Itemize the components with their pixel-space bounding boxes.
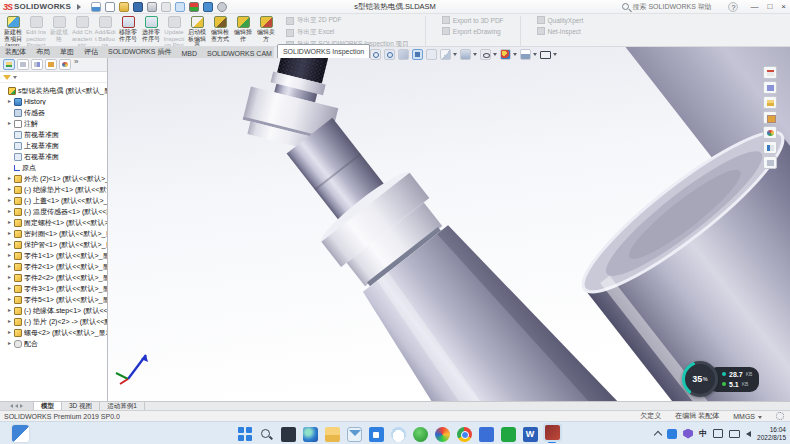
file-explorer-icon[interactable] — [763, 96, 777, 109]
view-settings-icon[interactable] — [540, 51, 551, 59]
maximize-button[interactable]: □ — [767, 2, 772, 11]
taskbar-search-icon[interactable] — [259, 427, 274, 442]
edit-appearance-caret-icon[interactable] — [513, 53, 517, 56]
tree-item-gasket2[interactable]: (-) 垫片 (2)<2> -> (默认<<默认 — [0, 316, 107, 327]
taskbar-clock[interactable]: 16:04 2022/8/15 — [757, 426, 786, 441]
zoom-to-fit-icon[interactable] — [370, 49, 381, 60]
start-button-icon[interactable] — [238, 427, 252, 441]
zoom-to-area-icon[interactable] — [384, 49, 395, 60]
help-search[interactable] — [622, 3, 720, 10]
dimxpert-manager-tab-icon[interactable] — [45, 59, 57, 70]
touch-keyboard-icon[interactable] — [713, 429, 723, 438]
home-icon[interactable] — [91, 2, 101, 12]
3d-viewport-model[interactable] — [108, 47, 790, 401]
feature-manager-tab-icon[interactable] — [3, 59, 15, 70]
tree-item-origin[interactable]: 原点 — [0, 162, 107, 173]
tree-item-right-plane[interactable]: 右视基准面 — [0, 151, 107, 162]
microsoft-store-icon[interactable] — [369, 427, 384, 442]
panel-more-tabs-icon[interactable] — [73, 59, 81, 70]
tree-item-sensors[interactable]: 传感器 — [0, 107, 107, 118]
tree-item-protection-tube[interactable]: 保护管<1> (默认<<默认>_显示状态 — [0, 239, 107, 250]
tree-item-part5[interactable]: 零件5<1> (默认<<默认>_显示状态 — [0, 294, 107, 305]
print-icon[interactable] — [147, 2, 157, 12]
tab-layout[interactable]: 布局 — [31, 46, 55, 58]
ribbon-button-new-inspection-project[interactable]: 新建检查项目 (amp;M) — [2, 15, 24, 46]
design-library-icon[interactable] — [763, 81, 777, 94]
help-icon[interactable]: ? — [728, 2, 738, 12]
search-input[interactable] — [632, 3, 720, 10]
section-view-icon[interactable] — [412, 49, 423, 60]
ribbon-button-edit-inspection-methods[interactable]: 编辑检查方式 — [209, 15, 231, 46]
tab-sketch[interactable]: 草图 — [55, 46, 79, 58]
dynamic-annotation-icon[interactable] — [426, 49, 437, 60]
tab-addins[interactable]: SOLIDWORKS 插件 — [103, 46, 176, 58]
file-explorer-taskbar-icon[interactable] — [325, 427, 340, 442]
minimize-button[interactable]: — — [750, 2, 758, 11]
filter-funnel-icon[interactable] — [3, 75, 11, 80]
edit-appearance-icon[interactable] — [500, 49, 511, 60]
speaker-icon[interactable] — [746, 431, 751, 437]
hide-show-items-icon[interactable] — [480, 49, 491, 60]
previous-view-icon[interactable] — [398, 49, 409, 60]
view-orientation-icon[interactable] — [440, 49, 451, 60]
tray-shield-icon[interactable] — [683, 429, 693, 439]
view-palette-icon[interactable] — [763, 111, 777, 124]
view-tab-3d-views[interactable]: 3D 视图 — [62, 402, 100, 410]
configuration-manager-tab-icon[interactable] — [31, 59, 43, 70]
property-manager-tab-icon[interactable] — [17, 59, 29, 70]
filter-caret-icon[interactable] — [13, 76, 17, 79]
weather-cloud-icon[interactable] — [391, 427, 406, 442]
tree-item-shell[interactable]: 外壳 (2)<1> (默认<<默认>_显示状 — [0, 173, 107, 184]
graphics-area[interactable] — [108, 47, 790, 401]
tabs-scroll-right-icon[interactable] — [20, 404, 23, 408]
performance-overlay[interactable]: 35% 28.7KB 5.1KB — [682, 361, 759, 397]
display-settings-icon[interactable] — [203, 2, 213, 12]
browser-app-icon[interactable] — [435, 427, 450, 442]
solidworks-forum-icon[interactable] — [763, 156, 777, 169]
view-tab-model[interactable]: 模型 — [34, 402, 62, 410]
tree-item-part1[interactable]: 零件1<1> (默认<<默认>_显示状态 — [0, 250, 107, 261]
menu-expand-icon[interactable] — [77, 4, 81, 10]
select-cursor-icon[interactable] — [175, 2, 185, 12]
tree-item-annotations[interactable]: 注解 — [0, 118, 107, 129]
status-gear-icon[interactable] — [776, 412, 784, 420]
tree-item-top-cover[interactable]: (-) 上盖<1> (默认<<默认>_显示状 — [0, 195, 107, 206]
view-tabs-nav[interactable] — [0, 402, 34, 410]
custom-properties-icon[interactable] — [763, 141, 777, 154]
ribbon-button-select-balloons[interactable]: 选择零件序号 — [140, 15, 162, 46]
tree-item-mates[interactable]: 配合 — [0, 338, 107, 349]
tree-item-temp-sensor[interactable]: (-) 温度传感器<1> (默认<<默认>_ — [0, 206, 107, 217]
tree-item-top-plane[interactable]: 上视基准面 — [0, 140, 107, 151]
display-style-icon[interactable] — [460, 49, 471, 60]
green-app-icon[interactable] — [413, 427, 428, 442]
solidworks-resources-icon[interactable] — [763, 66, 777, 79]
edge-browser-icon[interactable] — [303, 427, 318, 442]
tab-solidworks-inspection[interactable]: SOLIDWORKS Inspection — [277, 44, 370, 58]
options-icon[interactable] — [217, 2, 227, 12]
appearances-scenes-icon[interactable] — [763, 126, 777, 139]
new-document-icon[interactable] — [105, 2, 115, 12]
view-settings-caret-icon[interactable] — [553, 53, 557, 56]
widgets-icon[interactable] — [12, 425, 29, 442]
tree-item-insulation-gasket[interactable]: (-) 绝缘垫片<1> (默认<<默认>_显 — [0, 184, 107, 195]
ribbon-button-edit-vendors[interactable]: 编辑卖方 — [255, 15, 277, 46]
ribbon-button-remove-balloons[interactable]: 移除零件序号 — [117, 15, 139, 46]
tray-blue-icon[interactable] — [667, 429, 677, 439]
tab-solidworks-cam[interactable]: SOLIDWORKS CAM — [202, 49, 277, 58]
task-view-icon[interactable] — [281, 427, 296, 442]
tree-item-fixing-bolt[interactable]: 固定螺栓<1> (默认<<默认>_显示状 — [0, 217, 107, 228]
tree-item-front-plane[interactable]: 前视基准面 — [0, 129, 107, 140]
network-icon[interactable] — [729, 430, 740, 438]
open-document-icon[interactable] — [119, 2, 129, 12]
active-app-solidworks[interactable] — [545, 425, 560, 443]
undo-icon[interactable] — [161, 2, 171, 12]
tab-evaluate[interactable]: 评估 — [79, 46, 103, 58]
tree-item-root[interactable]: s型铠装热电偶 (默认<默认_显示状态-1 — [0, 85, 107, 96]
ribbon-button-launch-template-editor[interactable]: 启动模板编辑器 — [186, 15, 208, 46]
apply-scene-icon[interactable] — [520, 49, 531, 60]
word-app-icon[interactable]: W — [523, 427, 538, 442]
tab-assembly[interactable]: 装配体 — [0, 46, 31, 58]
tree-item-part2-2[interactable]: 零件2<2> (默认<<默认>_显示状态 — [0, 272, 107, 283]
tree-item-seal-ring[interactable]: 密封圈<1> (默认<<默认>_显示状态 — [0, 228, 107, 239]
tray-chevron-icon[interactable] — [654, 431, 662, 439]
